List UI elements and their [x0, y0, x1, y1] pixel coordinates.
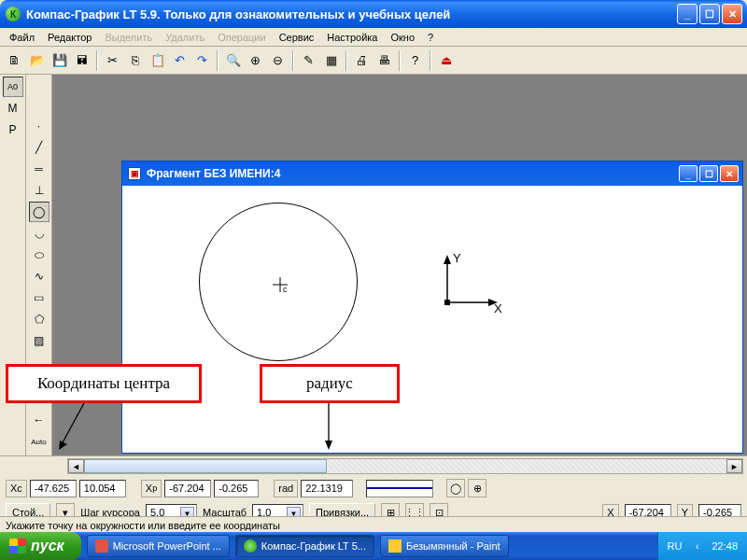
paint-icon [388, 539, 402, 553]
menu-file[interactable]: Файл [4, 30, 40, 45]
horizontal-scrollbar[interactable]: ◄ ► [67, 458, 743, 474]
paste-button[interactable]: 📋 [147, 49, 168, 71]
tool-poly[interactable]: ⬠ [29, 309, 49, 329]
window-titlebar: К Компас-График LT 5.9. Только для ознак… [0, 0, 747, 28]
zoom-out-button[interactable]: ⊖ [267, 49, 289, 71]
taskbar-item-kompas[interactable]: Компас-График LT 5... [235, 535, 374, 557]
line-style-preview[interactable] [366, 480, 433, 497]
mode-p[interactable]: P [3, 119, 23, 140]
menu-operations: Операции [212, 30, 271, 45]
undo-button[interactable]: ↶ [169, 49, 190, 71]
scroll-thumb[interactable] [84, 459, 327, 473]
x-axis-label: X [494, 301, 502, 315]
xp-field[interactable]: -67.204 [164, 480, 211, 497]
document-window: ▣ Фрагмент БЕЗ ИМЕНИ:4 _ ☐ ✕ c [121, 161, 743, 454]
annotation-radius: радиус [260, 364, 400, 403]
tool-ellipse[interactable]: ⬭ [29, 245, 49, 265]
mode-m[interactable]: M [3, 98, 23, 119]
window-minimize-button[interactable]: _ [677, 4, 698, 24]
xp-label[interactable]: Xp [141, 480, 162, 497]
taskbar-item-paint[interactable]: Безымянный - Paint [380, 535, 509, 557]
xc-label[interactable]: XXcc [6, 480, 27, 497]
status-hint: Укажите точку на окружности или введите … [6, 520, 280, 531]
y-axis-label: Y [453, 251, 461, 265]
svg-marker-4 [444, 255, 451, 264]
annotation-center-coords: Координаты центра [6, 364, 202, 403]
menu-settings[interactable]: Настройка [321, 30, 383, 45]
menu-select: Выделить [99, 30, 158, 45]
tool-circle[interactable]: ◯ [29, 202, 49, 222]
scroll-right-button[interactable]: ► [726, 459, 742, 473]
tool-hatch[interactable]: ▨ [29, 330, 49, 351]
scroll-left-button[interactable]: ◄ [68, 459, 84, 473]
exit-button[interactable]: ⏏ [435, 49, 457, 71]
measure-button[interactable]: ✎ [298, 49, 319, 71]
new-button[interactable]: 🗎 [4, 49, 25, 71]
tool-parallel[interactable]: ═ [29, 159, 49, 179]
print-preview-button[interactable]: 🖨 [351, 49, 373, 71]
menu-delete: Удалить [160, 30, 210, 45]
menu-editor[interactable]: Редактор [42, 30, 97, 45]
svg-text:c: c [283, 285, 288, 294]
start-button[interactable]: пуск [0, 532, 81, 560]
cut-button[interactable]: ✂ [102, 49, 123, 71]
document-title: Фрагмент БЕЗ ИМЕНИ:4 [147, 167, 280, 180]
menu-help[interactable]: ? [422, 30, 439, 45]
language-indicator[interactable]: RU [668, 540, 683, 552]
coordinate-axes: Y X [436, 251, 511, 316]
center-crosshair: c [271, 275, 289, 294]
document-icon: ▣ [128, 167, 141, 180]
windows-flag-icon [9, 539, 26, 553]
copy-button[interactable]: ⎘ [124, 49, 146, 71]
layers-button[interactable]: ▦ [320, 49, 342, 71]
doc-minimize-button[interactable]: _ [679, 165, 698, 182]
save-all-button[interactable]: 🖬 [71, 49, 92, 71]
tray-icon[interactable]: ‹ [689, 539, 704, 553]
mode-a0[interactable]: A0 [3, 77, 23, 97]
system-tray: RU ‹ 22:48 [657, 532, 747, 560]
window-close-button[interactable]: ✕ [722, 4, 742, 24]
menu-window[interactable]: Окно [385, 30, 420, 45]
redo-button[interactable]: ↷ [191, 49, 213, 71]
menu-service[interactable]: Сервис [274, 30, 320, 45]
tool-line[interactable]: ╱ [29, 137, 49, 158]
clock[interactable]: 22:48 [712, 540, 738, 552]
open-button[interactable]: 📂 [26, 49, 48, 71]
tool-spline[interactable]: ∿ [29, 266, 49, 287]
print-button[interactable]: 🖶 [374, 49, 395, 71]
start-label: пуск [31, 538, 64, 554]
tool-back[interactable]: ← [29, 410, 49, 430]
tool-arc[interactable]: ◡ [29, 223, 49, 244]
zoom-in-button[interactable]: 🔍 [222, 49, 244, 71]
circle-mode-1[interactable]: ◯ [446, 479, 465, 497]
menubar: Файл Редактор Выделить Удалить Операции … [0, 28, 747, 47]
taskbar-item-powerpoint[interactable]: Microsoft PowerPoint ... [87, 535, 230, 557]
tool-perp[interactable]: ⊥ [29, 180, 49, 201]
xc-field[interactable]: -47.625 [30, 480, 77, 497]
yp-field[interactable]: -0.265 [214, 480, 259, 497]
circle-mode-2[interactable]: ⊕ [468, 479, 486, 497]
taskbar: пуск Microsoft PowerPoint ... Компас-Гра… [0, 532, 747, 560]
window-maximize-button[interactable]: ☐ [699, 4, 720, 24]
window-title: Компас-График LT 5.9. Только для ознаком… [26, 7, 450, 21]
taskbar-label-3: Безымянный - Paint [406, 540, 500, 552]
parameters-panel: ◄ ► XXcc -47.625 10.054 Xp -67.204 -0.26… [0, 455, 747, 506]
help-button[interactable]: ? [404, 49, 426, 71]
zoom-window-button[interactable]: ⊕ [245, 49, 266, 71]
rad-field[interactable]: 22.1319 [301, 480, 353, 497]
drawing-canvas[interactable]: c Y X [122, 186, 742, 453]
tool-auto[interactable]: Auto [29, 431, 49, 452]
taskbar-label-2: Компас-График LT 5... [261, 540, 366, 552]
doc-maximize-button[interactable]: ☐ [699, 165, 718, 182]
app-icon: К [6, 7, 21, 21]
kompas-icon [244, 539, 257, 553]
save-button[interactable]: 💾 [49, 49, 70, 71]
svg-rect-7 [444, 300, 450, 305]
taskbar-label-1: Microsoft PowerPoint ... [113, 540, 221, 552]
main-toolbar: 🗎 📂 💾 🖬 ✂ ⎘ 📋 ↶ ↷ 🔍 ⊕ ⊖ ✎ ▦ 🖨 🖶 ? ⏏ [0, 47, 747, 75]
tool-point[interactable]: · [29, 116, 49, 136]
rad-label[interactable]: rad [274, 480, 298, 497]
tool-rect[interactable]: ▭ [29, 287, 49, 308]
yc-field[interactable]: 10.054 [79, 480, 126, 497]
doc-close-button[interactable]: ✕ [720, 165, 739, 182]
